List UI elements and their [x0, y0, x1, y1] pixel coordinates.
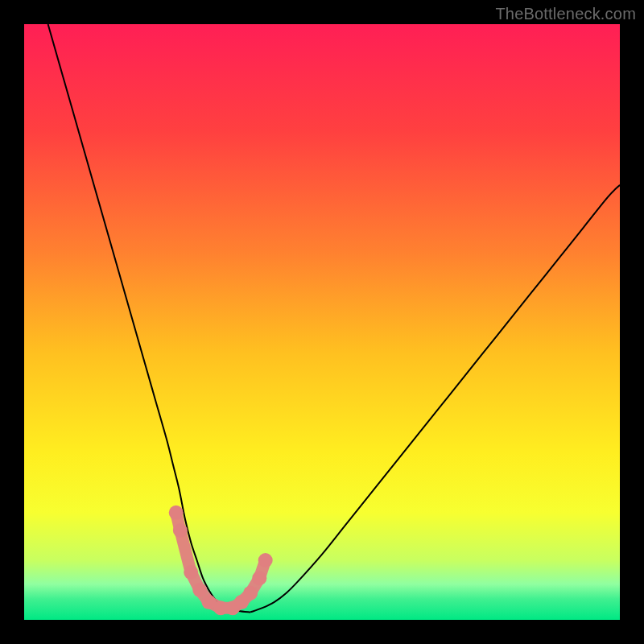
dot-overlay-group [169, 506, 273, 615]
dot-marker [252, 571, 266, 585]
plot-area [24, 24, 620, 620]
dot-marker [258, 553, 273, 568]
dot-marker [184, 565, 198, 580]
left-arm-path [48, 24, 251, 612]
watermark-label: TheBottleneck.com [495, 5, 636, 23]
dot-marker [173, 523, 188, 538]
right-arm-path [250, 185, 620, 613]
dot-marker [192, 583, 207, 597]
dot-marker [169, 506, 184, 520]
curve-layer [24, 24, 620, 620]
chart-frame: TheBottleneck.com [0, 0, 644, 644]
dot-marker [243, 586, 258, 601]
